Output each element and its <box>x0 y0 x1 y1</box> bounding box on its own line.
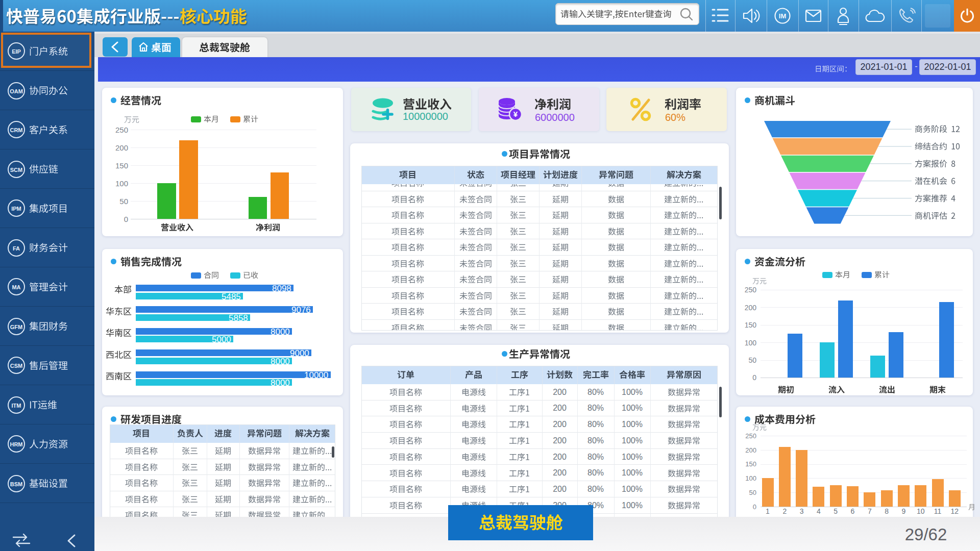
svg-text:IM: IM <box>779 12 786 20</box>
svg-text:CRM: CRM <box>10 127 22 133</box>
svg-text:SCM: SCM <box>10 167 22 173</box>
svg-text:¥: ¥ <box>513 110 518 118</box>
svg-text:MA: MA <box>12 284 20 290</box>
svg-text:IPM: IPM <box>11 206 21 212</box>
svg-text:OAM: OAM <box>10 88 23 94</box>
svg-text:HRM: HRM <box>10 441 22 447</box>
svg-text:BSM: BSM <box>10 481 22 487</box>
svg-text:CSM: CSM <box>10 363 22 369</box>
svg-text:GFM: GFM <box>10 324 22 330</box>
svg-text:ITM: ITM <box>12 403 21 409</box>
svg-text:FA: FA <box>13 245 20 252</box>
